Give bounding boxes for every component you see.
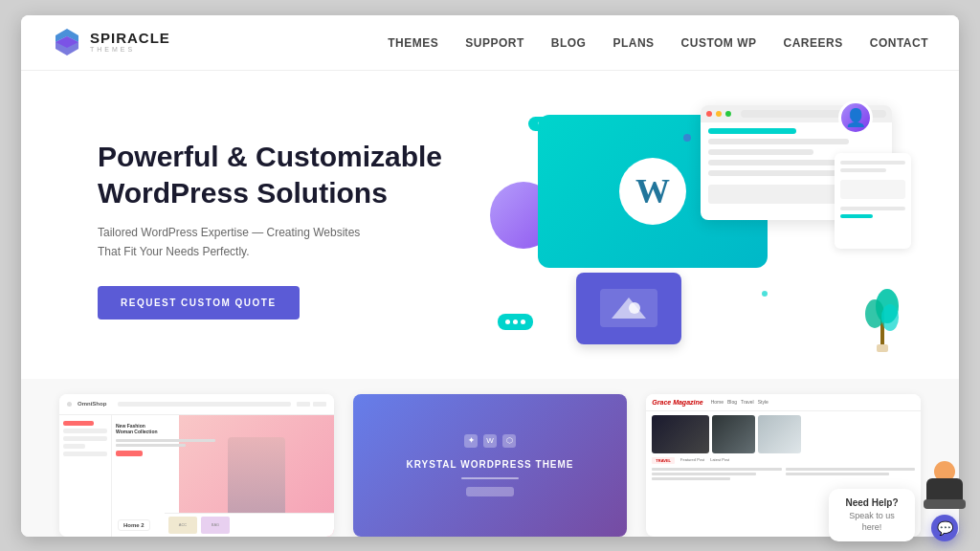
nav-item-themes[interactable]: THEMES bbox=[388, 33, 438, 51]
svg-point-5 bbox=[865, 299, 884, 328]
card1-content: New FashionWoman Collection Home 2 ACC B… bbox=[59, 415, 334, 537]
image-placeholder-card bbox=[576, 273, 681, 344]
brand-sub: THEMES bbox=[90, 46, 170, 54]
dot-decoration-2 bbox=[762, 291, 768, 297]
wordpress-logo: W bbox=[619, 158, 686, 225]
logo-icon bbox=[52, 27, 82, 57]
card3-logo: Grace Magazine bbox=[652, 399, 702, 406]
theme-card-omnishop[interactable]: OmniShop bbox=[59, 394, 334, 537]
card1-text: New FashionWoman Collection bbox=[116, 423, 215, 456]
theme-card-krystal[interactable]: ✦ W ⬡ KRYSTAL WORDPRESS THEME bbox=[353, 394, 628, 537]
navbar: SPIRACLE THEMES THEMES SUPPORT BLOG PLAN… bbox=[21, 15, 959, 71]
nav-item-custom-wp[interactable]: CUSTOM WP bbox=[681, 33, 757, 51]
hero-illustration: W bbox=[480, 105, 902, 354]
logo[interactable]: SPIRACLE THEMES bbox=[52, 27, 170, 57]
nav-item-blog[interactable]: BLOG bbox=[551, 33, 587, 51]
help-subtitle: Speak to us here! bbox=[840, 510, 903, 534]
brand-name: SPIRACLE bbox=[90, 31, 170, 47]
card3-image-3 bbox=[758, 415, 801, 453]
plant-decoration bbox=[863, 277, 902, 354]
nav-item-plans[interactable]: PLANS bbox=[612, 33, 654, 51]
chat-fab-button[interactable]: 💬 bbox=[931, 515, 958, 541]
card1-header: OmniShop bbox=[59, 394, 334, 415]
card1-products: ACC BAG bbox=[165, 513, 334, 537]
card3-image-2 bbox=[712, 415, 755, 453]
card2-logos: ✦ W ⬡ bbox=[464, 434, 516, 448]
card3-header: Grace Magazine Home Blog Travel Style bbox=[646, 394, 921, 411]
chat-bubble bbox=[498, 314, 533, 330]
help-bubble: Need Help? Speak to us here! bbox=[829, 489, 915, 541]
card3-image-1 bbox=[652, 415, 709, 453]
themes-section: OmniShop bbox=[21, 379, 959, 537]
dot-decoration-1 bbox=[683, 134, 691, 142]
hero-title-line2: WordPress Solutions bbox=[98, 177, 388, 209]
card2-button bbox=[466, 487, 514, 496]
hero-content: Powerful & Customizable WordPress Soluti… bbox=[98, 139, 461, 319]
svg-rect-7 bbox=[877, 344, 888, 352]
card1-label: Home 2 bbox=[118, 519, 150, 531]
help-person bbox=[923, 461, 967, 511]
help-avatar-area: 💬 bbox=[923, 461, 967, 541]
hero-subtitle: Tailored WordPress Expertise — Creating … bbox=[98, 224, 366, 260]
document-card bbox=[835, 153, 911, 249]
nav-item-careers[interactable]: CAREERS bbox=[784, 33, 843, 51]
hero-title: Powerful & Customizable WordPress Soluti… bbox=[98, 139, 461, 210]
nav-links: THEMES SUPPORT BLOG PLANS CUSTOM WP CARE… bbox=[388, 33, 928, 51]
card1-sidebar bbox=[59, 415, 112, 537]
logo-text: SPIRACLE THEMES bbox=[90, 31, 170, 54]
hero-title-line1: Powerful & Customizable bbox=[98, 141, 442, 172]
card1-brand: OmniShop bbox=[78, 401, 106, 407]
card3-nav: Home Blog Travel Style bbox=[711, 399, 768, 405]
help-widget[interactable]: Need Help? Speak to us here! 💬 bbox=[829, 461, 967, 541]
nav-item-contact[interactable]: CONTACT bbox=[870, 33, 928, 51]
card2-divider bbox=[461, 477, 519, 479]
cta-button[interactable]: REQUEST CUSTOM QUOTE bbox=[98, 286, 300, 320]
nav-item-support[interactable]: SUPPORT bbox=[465, 33, 524, 51]
hero-section: Powerful & Customizable WordPress Soluti… bbox=[21, 71, 959, 379]
svg-point-6 bbox=[881, 304, 899, 331]
card1-main: New FashionWoman Collection Home 2 ACC B… bbox=[112, 415, 334, 537]
card3-featured bbox=[652, 415, 915, 453]
avatar-bubble: 👤 bbox=[838, 100, 873, 135]
help-title: Need Help? bbox=[845, 497, 898, 508]
card2-content: ✦ W ⬡ KRYSTAL WORDPRESS THEME bbox=[353, 394, 628, 537]
card2-title: KRYSTAL WORDPRESS THEME bbox=[406, 459, 573, 470]
